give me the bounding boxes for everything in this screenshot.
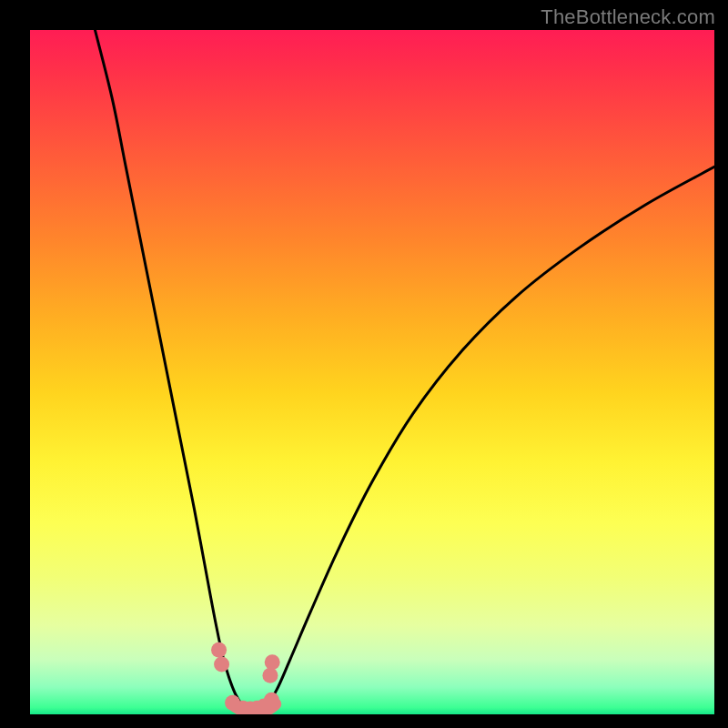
curve-right [264, 167, 714, 709]
series-marker [264, 693, 279, 708]
watermark-text: TheBottleneck.com [541, 5, 715, 29]
chart-svg [30, 30, 714, 714]
valley-markers [211, 642, 280, 714]
series-marker [214, 657, 229, 672]
plot-area [30, 30, 714, 714]
series-marker [211, 642, 227, 658]
series-marker [265, 654, 280, 670]
curve-left [95, 30, 245, 710]
series-marker [262, 668, 278, 683]
chart-stage: TheBottleneck.com [0, 0, 728, 728]
